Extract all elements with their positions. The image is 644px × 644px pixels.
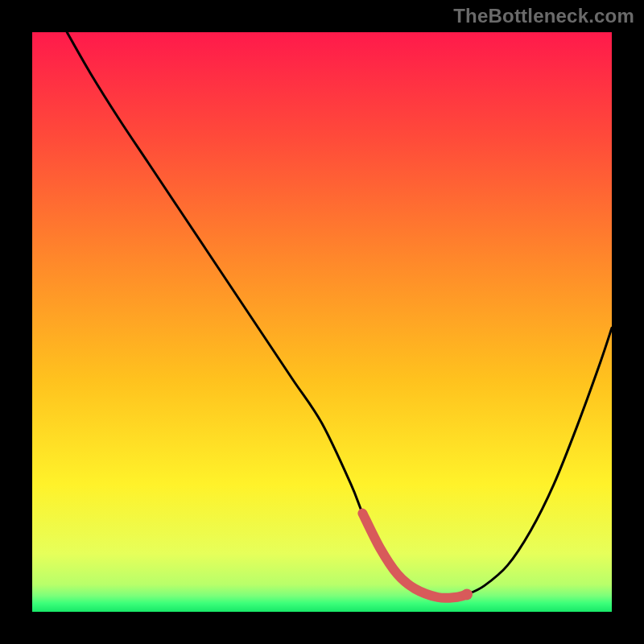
chart-frame: TheBottleneck.com [0, 0, 644, 644]
plot-area [32, 32, 612, 612]
chart-svg [32, 32, 612, 612]
highlight-end-dot [461, 588, 473, 600]
watermark-text: TheBottleneck.com [453, 5, 634, 27]
